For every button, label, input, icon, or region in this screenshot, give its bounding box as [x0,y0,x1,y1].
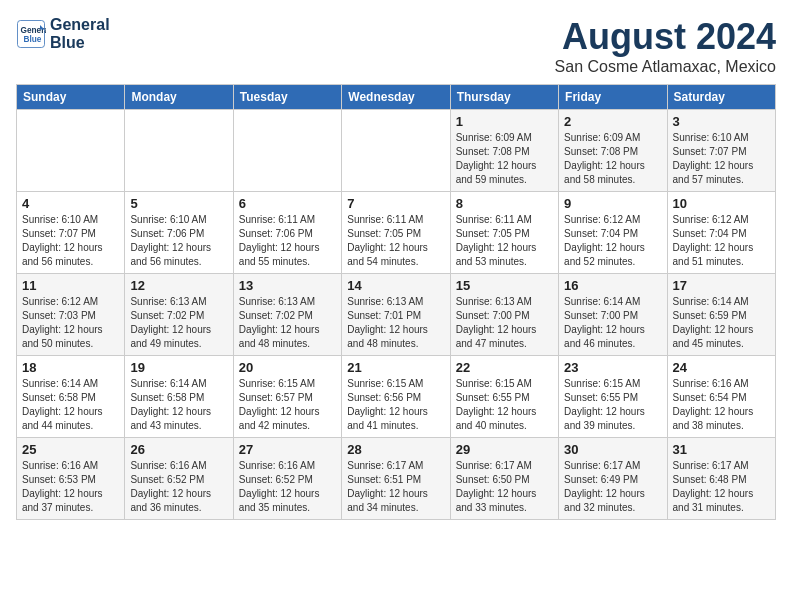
title-block: August 2024 San Cosme Atlamaxac, Mexico [555,16,776,76]
day-info: Sunrise: 6:12 AM Sunset: 7:04 PM Dayligh… [564,213,661,269]
calendar-cell: 7Sunrise: 6:11 AM Sunset: 7:05 PM Daylig… [342,192,450,274]
svg-text:Blue: Blue [24,34,42,43]
day-info: Sunrise: 6:17 AM Sunset: 6:49 PM Dayligh… [564,459,661,515]
day-number: 6 [239,196,336,211]
calendar-cell: 2Sunrise: 6:09 AM Sunset: 7:08 PM Daylig… [559,110,667,192]
day-number: 22 [456,360,553,375]
day-info: Sunrise: 6:13 AM Sunset: 7:00 PM Dayligh… [456,295,553,351]
calendar-cell: 25Sunrise: 6:16 AM Sunset: 6:53 PM Dayli… [17,438,125,520]
day-info: Sunrise: 6:13 AM Sunset: 7:02 PM Dayligh… [239,295,336,351]
day-number: 25 [22,442,119,457]
logo-text: General Blue [50,16,110,51]
calendar-cell [17,110,125,192]
day-info: Sunrise: 6:15 AM Sunset: 6:57 PM Dayligh… [239,377,336,433]
page-header: General Blue General Blue August 2024 Sa… [16,16,776,76]
day-info: Sunrise: 6:17 AM Sunset: 6:51 PM Dayligh… [347,459,444,515]
calendar-table: SundayMondayTuesdayWednesdayThursdayFrid… [16,84,776,520]
day-info: Sunrise: 6:14 AM Sunset: 6:58 PM Dayligh… [130,377,227,433]
day-header-saturday: Saturday [667,85,775,110]
day-info: Sunrise: 6:11 AM Sunset: 7:06 PM Dayligh… [239,213,336,269]
calendar-cell: 3Sunrise: 6:10 AM Sunset: 7:07 PM Daylig… [667,110,775,192]
day-info: Sunrise: 6:14 AM Sunset: 6:58 PM Dayligh… [22,377,119,433]
day-number: 28 [347,442,444,457]
day-header-friday: Friday [559,85,667,110]
calendar-cell: 14Sunrise: 6:13 AM Sunset: 7:01 PM Dayli… [342,274,450,356]
day-info: Sunrise: 6:10 AM Sunset: 7:07 PM Dayligh… [673,131,770,187]
logo: General Blue General Blue [16,16,110,51]
calendar-cell: 17Sunrise: 6:14 AM Sunset: 6:59 PM Dayli… [667,274,775,356]
day-header-sunday: Sunday [17,85,125,110]
day-info: Sunrise: 6:17 AM Sunset: 6:50 PM Dayligh… [456,459,553,515]
day-number: 15 [456,278,553,293]
calendar-cell: 12Sunrise: 6:13 AM Sunset: 7:02 PM Dayli… [125,274,233,356]
calendar-cell: 16Sunrise: 6:14 AM Sunset: 7:00 PM Dayli… [559,274,667,356]
day-number: 14 [347,278,444,293]
day-number: 31 [673,442,770,457]
calendar-cell: 10Sunrise: 6:12 AM Sunset: 7:04 PM Dayli… [667,192,775,274]
calendar-cell: 21Sunrise: 6:15 AM Sunset: 6:56 PM Dayli… [342,356,450,438]
calendar-cell: 30Sunrise: 6:17 AM Sunset: 6:49 PM Dayli… [559,438,667,520]
svg-text:General: General [21,25,47,34]
day-info: Sunrise: 6:16 AM Sunset: 6:52 PM Dayligh… [239,459,336,515]
day-number: 9 [564,196,661,211]
day-number: 19 [130,360,227,375]
calendar-cell: 29Sunrise: 6:17 AM Sunset: 6:50 PM Dayli… [450,438,558,520]
day-info: Sunrise: 6:15 AM Sunset: 6:56 PM Dayligh… [347,377,444,433]
main-title: August 2024 [555,16,776,58]
calendar-cell [342,110,450,192]
day-info: Sunrise: 6:16 AM Sunset: 6:52 PM Dayligh… [130,459,227,515]
calendar-cell: 11Sunrise: 6:12 AM Sunset: 7:03 PM Dayli… [17,274,125,356]
day-number: 8 [456,196,553,211]
calendar-cell: 6Sunrise: 6:11 AM Sunset: 7:06 PM Daylig… [233,192,341,274]
day-number: 26 [130,442,227,457]
day-info: Sunrise: 6:13 AM Sunset: 7:02 PM Dayligh… [130,295,227,351]
day-number: 12 [130,278,227,293]
calendar-body: 1Sunrise: 6:09 AM Sunset: 7:08 PM Daylig… [17,110,776,520]
day-number: 10 [673,196,770,211]
calendar-cell: 4Sunrise: 6:10 AM Sunset: 7:07 PM Daylig… [17,192,125,274]
calendar-cell: 19Sunrise: 6:14 AM Sunset: 6:58 PM Dayli… [125,356,233,438]
day-info: Sunrise: 6:14 AM Sunset: 6:59 PM Dayligh… [673,295,770,351]
day-number: 27 [239,442,336,457]
day-number: 18 [22,360,119,375]
day-number: 23 [564,360,661,375]
day-number: 11 [22,278,119,293]
day-info: Sunrise: 6:13 AM Sunset: 7:01 PM Dayligh… [347,295,444,351]
calendar-cell: 24Sunrise: 6:16 AM Sunset: 6:54 PM Dayli… [667,356,775,438]
day-number: 21 [347,360,444,375]
day-info: Sunrise: 6:11 AM Sunset: 7:05 PM Dayligh… [347,213,444,269]
day-info: Sunrise: 6:10 AM Sunset: 7:06 PM Dayligh… [130,213,227,269]
calendar-cell: 31Sunrise: 6:17 AM Sunset: 6:48 PM Dayli… [667,438,775,520]
calendar-cell: 22Sunrise: 6:15 AM Sunset: 6:55 PM Dayli… [450,356,558,438]
day-number: 29 [456,442,553,457]
day-info: Sunrise: 6:15 AM Sunset: 6:55 PM Dayligh… [456,377,553,433]
calendar-week-2: 4Sunrise: 6:10 AM Sunset: 7:07 PM Daylig… [17,192,776,274]
day-header-monday: Monday [125,85,233,110]
calendar-cell: 28Sunrise: 6:17 AM Sunset: 6:51 PM Dayli… [342,438,450,520]
day-info: Sunrise: 6:11 AM Sunset: 7:05 PM Dayligh… [456,213,553,269]
calendar-cell: 26Sunrise: 6:16 AM Sunset: 6:52 PM Dayli… [125,438,233,520]
day-number: 24 [673,360,770,375]
day-header-wednesday: Wednesday [342,85,450,110]
calendar-cell: 15Sunrise: 6:13 AM Sunset: 7:00 PM Dayli… [450,274,558,356]
calendar-cell [233,110,341,192]
calendar-cell: 9Sunrise: 6:12 AM Sunset: 7:04 PM Daylig… [559,192,667,274]
day-number: 1 [456,114,553,129]
day-info: Sunrise: 6:10 AM Sunset: 7:07 PM Dayligh… [22,213,119,269]
day-number: 16 [564,278,661,293]
calendar-cell: 1Sunrise: 6:09 AM Sunset: 7:08 PM Daylig… [450,110,558,192]
logo-icon: General Blue [16,19,46,49]
day-number: 2 [564,114,661,129]
day-info: Sunrise: 6:15 AM Sunset: 6:55 PM Dayligh… [564,377,661,433]
calendar-cell: 20Sunrise: 6:15 AM Sunset: 6:57 PM Dayli… [233,356,341,438]
day-number: 17 [673,278,770,293]
day-info: Sunrise: 6:17 AM Sunset: 6:48 PM Dayligh… [673,459,770,515]
calendar-cell: 18Sunrise: 6:14 AM Sunset: 6:58 PM Dayli… [17,356,125,438]
calendar-cell: 13Sunrise: 6:13 AM Sunset: 7:02 PM Dayli… [233,274,341,356]
day-number: 30 [564,442,661,457]
calendar-header-row: SundayMondayTuesdayWednesdayThursdayFrid… [17,85,776,110]
calendar-cell: 5Sunrise: 6:10 AM Sunset: 7:06 PM Daylig… [125,192,233,274]
day-info: Sunrise: 6:12 AM Sunset: 7:03 PM Dayligh… [22,295,119,351]
day-header-tuesday: Tuesday [233,85,341,110]
day-number: 3 [673,114,770,129]
